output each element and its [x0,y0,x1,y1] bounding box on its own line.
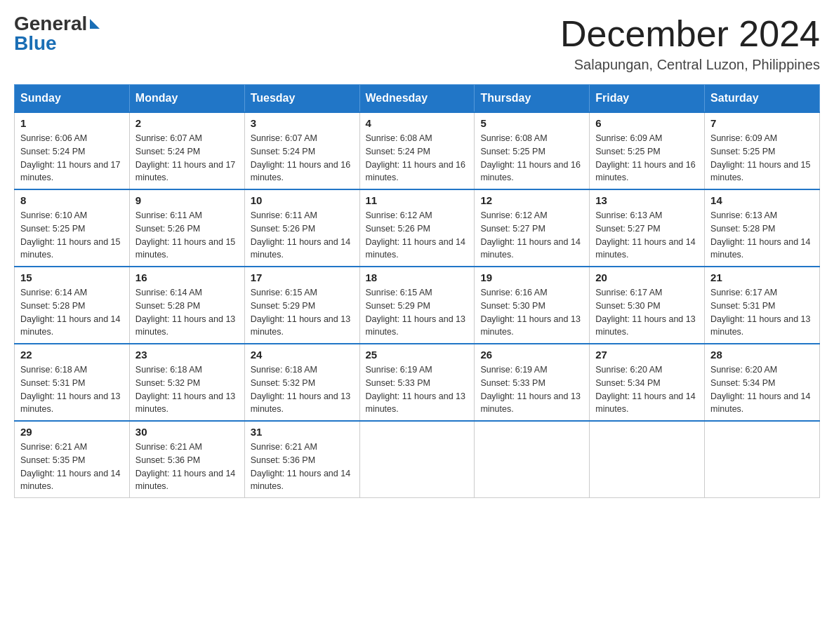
day-number: 4 [366,117,469,129]
calendar-cell: 31Sunrise: 6:21 AMSunset: 5:36 PMDayligh… [244,421,359,498]
day-info: Sunrise: 6:16 AMSunset: 5:30 PMDaylight:… [480,286,583,339]
day-info: Sunrise: 6:07 AMSunset: 5:24 PMDaylight:… [135,132,239,185]
column-header-tuesday: Tuesday [244,85,359,113]
day-info: Sunrise: 6:20 AMSunset: 5:34 PMDaylight:… [595,363,699,416]
logo-general-text: General [14,14,87,34]
day-info: Sunrise: 6:12 AMSunset: 5:26 PMDaylight:… [366,209,469,262]
day-info: Sunrise: 6:17 AMSunset: 5:30 PMDaylight:… [595,286,699,339]
day-info: Sunrise: 6:09 AMSunset: 5:25 PMDaylight:… [710,132,814,185]
day-number: 5 [480,117,583,129]
calendar-cell: 11Sunrise: 6:12 AMSunset: 5:26 PMDayligh… [359,189,475,267]
day-number: 25 [366,349,469,361]
month-title: December 2024 [560,14,820,54]
day-info: Sunrise: 6:18 AMSunset: 5:31 PMDaylight:… [20,363,124,416]
day-number: 30 [135,426,239,438]
day-number: 10 [251,194,354,206]
column-header-saturday: Saturday [705,85,820,113]
calendar-cell: 26Sunrise: 6:19 AMSunset: 5:33 PMDayligh… [475,344,590,421]
calendar-cell: 10Sunrise: 6:11 AMSunset: 5:26 PMDayligh… [244,189,359,267]
day-info: Sunrise: 6:14 AMSunset: 5:28 PMDaylight:… [135,286,239,339]
calendar-cell: 22Sunrise: 6:18 AMSunset: 5:31 PMDayligh… [15,344,130,421]
day-number: 12 [480,194,583,206]
day-info: Sunrise: 6:18 AMSunset: 5:32 PMDaylight:… [135,363,239,416]
day-number: 6 [595,117,699,129]
day-number: 13 [595,194,699,206]
day-number: 15 [20,271,124,283]
day-info: Sunrise: 6:18 AMSunset: 5:32 PMDaylight:… [251,363,354,416]
week-row-4: 22Sunrise: 6:18 AMSunset: 5:31 PMDayligh… [15,344,820,421]
calendar-cell: 7Sunrise: 6:09 AMSunset: 5:25 PMDaylight… [705,112,820,189]
calendar-cell: 30Sunrise: 6:21 AMSunset: 5:36 PMDayligh… [129,421,244,498]
column-header-wednesday: Wednesday [359,85,475,113]
page-header: General Blue December 2024 Salapungan, C… [14,14,820,73]
week-row-3: 15Sunrise: 6:14 AMSunset: 5:28 PMDayligh… [15,267,820,344]
column-header-sunday: Sunday [15,85,130,113]
calendar-cell [590,421,705,498]
calendar-cell: 4Sunrise: 6:08 AMSunset: 5:24 PMDaylight… [359,112,475,189]
day-number: 28 [710,349,814,361]
day-info: Sunrise: 6:13 AMSunset: 5:28 PMDaylight:… [710,209,814,262]
logo: General Blue [14,14,100,53]
day-info: Sunrise: 6:11 AMSunset: 5:26 PMDaylight:… [135,209,239,262]
day-info: Sunrise: 6:17 AMSunset: 5:31 PMDaylight:… [710,286,814,339]
calendar-cell: 17Sunrise: 6:15 AMSunset: 5:29 PMDayligh… [244,267,359,344]
calendar-cell: 24Sunrise: 6:18 AMSunset: 5:32 PMDayligh… [244,344,359,421]
day-info: Sunrise: 6:20 AMSunset: 5:34 PMDaylight:… [710,363,814,416]
calendar-cell: 18Sunrise: 6:15 AMSunset: 5:29 PMDayligh… [359,267,475,344]
calendar-cell: 14Sunrise: 6:13 AMSunset: 5:28 PMDayligh… [705,189,820,267]
day-info: Sunrise: 6:15 AMSunset: 5:29 PMDaylight:… [251,286,354,339]
day-info: Sunrise: 6:21 AMSunset: 5:36 PMDaylight:… [135,441,239,493]
day-number: 21 [710,271,814,283]
calendar-cell: 23Sunrise: 6:18 AMSunset: 5:32 PMDayligh… [129,344,244,421]
day-number: 7 [710,117,814,129]
calendar-cell: 6Sunrise: 6:09 AMSunset: 5:25 PMDaylight… [590,112,705,189]
calendar-table: SundayMondayTuesdayWednesdayThursdayFrid… [14,84,820,498]
title-section: December 2024 Salapungan, Central Luzon,… [560,14,820,73]
week-row-1: 1Sunrise: 6:06 AMSunset: 5:24 PMDaylight… [15,112,820,189]
day-info: Sunrise: 6:19 AMSunset: 5:33 PMDaylight:… [480,363,583,416]
calendar-cell: 21Sunrise: 6:17 AMSunset: 5:31 PMDayligh… [705,267,820,344]
day-number: 11 [366,194,469,206]
day-info: Sunrise: 6:14 AMSunset: 5:28 PMDaylight:… [20,286,124,339]
calendar-cell: 9Sunrise: 6:11 AMSunset: 5:26 PMDaylight… [129,189,244,267]
week-row-5: 29Sunrise: 6:21 AMSunset: 5:35 PMDayligh… [15,421,820,498]
day-number: 19 [480,271,583,283]
day-number: 31 [251,426,354,438]
calendar-cell: 2Sunrise: 6:07 AMSunset: 5:24 PMDaylight… [129,112,244,189]
day-info: Sunrise: 6:21 AMSunset: 5:36 PMDaylight:… [251,441,354,493]
calendar-cell: 25Sunrise: 6:19 AMSunset: 5:33 PMDayligh… [359,344,475,421]
calendar-cell: 12Sunrise: 6:12 AMSunset: 5:27 PMDayligh… [475,189,590,267]
calendar-cell [359,421,475,498]
day-info: Sunrise: 6:15 AMSunset: 5:29 PMDaylight:… [366,286,469,339]
calendar-cell: 8Sunrise: 6:10 AMSunset: 5:25 PMDaylight… [15,189,130,267]
day-number: 27 [595,349,699,361]
day-info: Sunrise: 6:19 AMSunset: 5:33 PMDaylight:… [366,363,469,416]
calendar-cell: 5Sunrise: 6:08 AMSunset: 5:25 PMDaylight… [475,112,590,189]
week-row-2: 8Sunrise: 6:10 AMSunset: 5:25 PMDaylight… [15,189,820,267]
day-number: 8 [20,194,124,206]
day-number: 14 [710,194,814,206]
day-number: 17 [251,271,354,283]
day-number: 22 [20,349,124,361]
column-header-thursday: Thursday [475,85,590,113]
day-number: 24 [251,349,354,361]
column-header-friday: Friday [590,85,705,113]
day-info: Sunrise: 6:08 AMSunset: 5:24 PMDaylight:… [366,132,469,185]
day-number: 1 [20,117,124,129]
calendar-cell: 29Sunrise: 6:21 AMSunset: 5:35 PMDayligh… [15,421,130,498]
calendar-cell: 20Sunrise: 6:17 AMSunset: 5:30 PMDayligh… [590,267,705,344]
day-info: Sunrise: 6:12 AMSunset: 5:27 PMDaylight:… [480,209,583,262]
day-number: 18 [366,271,469,283]
calendar-cell: 13Sunrise: 6:13 AMSunset: 5:27 PMDayligh… [590,189,705,267]
calendar-cell: 1Sunrise: 6:06 AMSunset: 5:24 PMDaylight… [15,112,130,189]
logo-triangle-icon [90,19,100,29]
day-info: Sunrise: 6:06 AMSunset: 5:24 PMDaylight:… [20,132,124,185]
calendar-cell: 28Sunrise: 6:20 AMSunset: 5:34 PMDayligh… [705,344,820,421]
calendar-cell: 3Sunrise: 6:07 AMSunset: 5:24 PMDaylight… [244,112,359,189]
calendar-cell [475,421,590,498]
day-info: Sunrise: 6:08 AMSunset: 5:25 PMDaylight:… [480,132,583,185]
calendar-cell [705,421,820,498]
day-info: Sunrise: 6:09 AMSunset: 5:25 PMDaylight:… [595,132,699,185]
day-number: 9 [135,194,239,206]
calendar-cell: 27Sunrise: 6:20 AMSunset: 5:34 PMDayligh… [590,344,705,421]
